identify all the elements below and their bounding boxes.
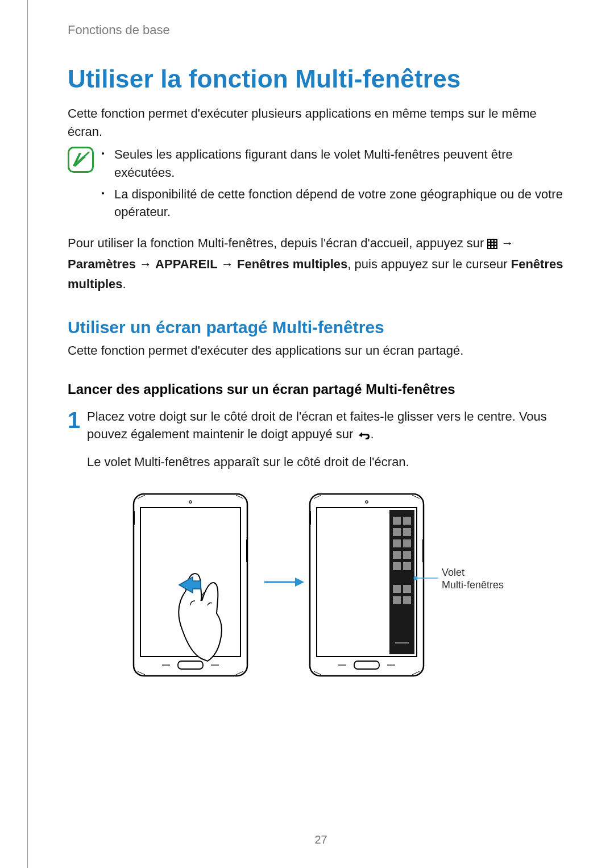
breadcrumb: Fonctions de base [68, 23, 574, 38]
back-icon [357, 427, 371, 445]
svg-rect-19 [178, 661, 203, 669]
section-heading: Lancer des applications sur un écran par… [68, 381, 574, 397]
svg-rect-45 [393, 562, 401, 570]
note-item: La disponibilité de cette fonction dépen… [102, 185, 574, 222]
svg-rect-41 [393, 539, 401, 547]
section-subtitle: Utiliser un écran partagé Multi-fenêtres [68, 318, 574, 337]
step-number: 1 [68, 410, 87, 430]
svg-rect-11 [133, 511, 135, 525]
svg-rect-49 [393, 596, 401, 604]
svg-rect-43 [393, 551, 401, 559]
svg-rect-2 [488, 240, 490, 242]
step-text: Placez votre doigt sur le côté droit de … [87, 408, 574, 446]
note-item: Seules les applications figurant dans le… [102, 146, 574, 182]
svg-rect-26 [422, 539, 424, 562]
svg-rect-39 [393, 528, 401, 536]
step-text: Le volet Multi-fenêtres apparaît sur le … [87, 453, 574, 471]
svg-rect-47 [393, 585, 401, 593]
apps-grid-icon [487, 235, 497, 255]
svg-rect-7 [495, 243, 496, 245]
instruction-text: Pour utiliser la fonction Multi-fenêtres… [68, 234, 574, 293]
arrow-right-icon [264, 578, 304, 587]
figure: Volet Multi-fenêtres [68, 488, 574, 684]
svg-rect-4 [495, 240, 496, 242]
svg-rect-12 [246, 539, 248, 562]
intro-text: Cette fonction permet d'exécuter plusieu… [68, 105, 574, 141]
note-icon [68, 147, 94, 173]
svg-rect-40 [403, 528, 411, 536]
svg-rect-3 [492, 240, 493, 242]
svg-rect-38 [403, 517, 411, 525]
svg-rect-44 [403, 551, 411, 559]
svg-rect-10 [495, 246, 496, 248]
note-text: La disponibilité de cette fonction dépen… [114, 185, 574, 222]
svg-rect-8 [488, 246, 490, 248]
svg-rect-37 [393, 517, 401, 525]
svg-rect-9 [492, 246, 493, 248]
callout-line2: Multi-fenêtres [442, 579, 504, 591]
note-block: Seules les applications figurant dans le… [68, 146, 574, 225]
page-title: Utiliser la fonction Multi-fenêtres [68, 65, 574, 93]
svg-rect-48 [403, 585, 411, 593]
page-number: 27 [28, 833, 614, 846]
svg-marker-24 [295, 578, 304, 587]
svg-rect-46 [403, 562, 411, 570]
svg-rect-25 [309, 511, 311, 525]
svg-rect-5 [488, 243, 490, 245]
svg-rect-33 [354, 661, 379, 669]
svg-rect-42 [403, 539, 411, 547]
svg-rect-50 [403, 596, 411, 604]
svg-rect-6 [492, 243, 493, 245]
note-text: Seules les applications figurant dans le… [114, 146, 574, 182]
callout-line1: Volet [442, 567, 464, 578]
section-intro: Cette fonction permet d'exécuter des app… [68, 342, 574, 360]
step: 1 Placez votre doigt sur le côté droit d… [68, 408, 574, 480]
